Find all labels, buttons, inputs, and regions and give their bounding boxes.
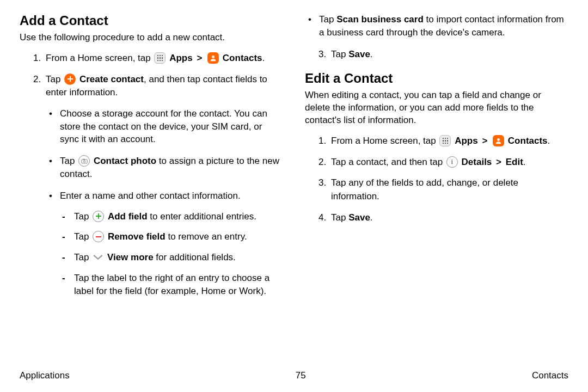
text: Tap a contact, and then tap: [331, 157, 445, 167]
edit-step-4: Tap Save.: [329, 211, 568, 225]
edit-step-1: From a Home screen, tap Apps > Contacts.: [329, 134, 568, 148]
add-step-3: Tap Save.: [329, 48, 568, 62]
save-label: Save: [348, 49, 370, 59]
apps-icon: [439, 135, 451, 146]
text: for additional fields.: [154, 252, 236, 262]
info-icon: [446, 156, 458, 168]
edit-label: Edit: [506, 157, 523, 167]
contact-photo-label: Contact photo: [94, 156, 156, 166]
svg-point-0: [212, 56, 215, 58]
dash-remove-field: Tap Remove field to remove an entry.: [60, 230, 283, 243]
svg-point-2: [83, 160, 85, 162]
continued-bullets: Tap Scan business card to import contact…: [305, 13, 568, 39]
intro-add: Use the following procedure to add a new…: [20, 32, 283, 44]
camera-icon: [78, 155, 90, 167]
text: Tap: [46, 74, 63, 84]
remove-field-label: Remove field: [108, 231, 166, 242]
add-steps-cont: Tap Save.: [329, 48, 568, 62]
left-column: Add a Contact Use the following procedur…: [20, 13, 283, 365]
text: Tap: [319, 14, 336, 24]
dash-view-more: Tap View more for additional fields.: [60, 251, 283, 264]
bullet-scan-card: Tap Scan business card to import contact…: [305, 13, 568, 39]
apps-label: Apps: [169, 53, 193, 63]
add-step-2: Tap Create contact, and then tap contact…: [44, 73, 283, 298]
separator: >: [496, 157, 501, 167]
page-footer: Applications 75 Contacts: [20, 365, 568, 381]
chevron-down-icon: [93, 253, 103, 262]
create-contact-label: Create contact: [79, 74, 144, 84]
contacts-icon: [493, 135, 504, 146]
field-actions: Tap Add field to enter additional entrie…: [60, 210, 283, 298]
plus-icon: [64, 74, 76, 85]
bullet-name-info: Enter a name and other contact informati…: [46, 189, 283, 298]
text: Tap: [74, 211, 91, 222]
add-field-icon: [93, 211, 104, 222]
text: Tap: [331, 49, 348, 59]
apps-label: Apps: [455, 136, 478, 146]
footer-right: Contacts: [532, 370, 568, 381]
scan-card-label: Scan business card: [336, 14, 424, 24]
edit-step-2: Tap a contact, and then tap Details > Ed…: [329, 156, 568, 169]
text: to enter additional entries.: [148, 211, 256, 222]
apps-icon: [154, 52, 166, 64]
add-sub-bullets: Choose a storage account for the contact…: [46, 107, 283, 298]
contacts-label: Contacts: [223, 53, 262, 63]
save-label: Save: [348, 212, 370, 223]
dash-label-choose: Tap the label to the right of an entry t…: [60, 272, 283, 298]
text: Tap: [331, 212, 348, 223]
svg-point-4: [497, 138, 500, 141]
separator: >: [197, 53, 202, 63]
svg-rect-3: [83, 159, 84, 160]
text: to remove an entry.: [166, 231, 247, 242]
intro-edit: When editing a contact, you can tap a fi…: [305, 89, 568, 127]
heading-add-contact: Add a Contact: [20, 13, 283, 28]
contacts-icon: [207, 52, 219, 64]
add-steps: From a Home screen, tap Apps > Contacts.…: [44, 52, 283, 298]
text: Tap: [74, 231, 91, 242]
text: to assign a picture to the new contact.: [60, 156, 279, 179]
view-more-label: View more: [107, 252, 154, 262]
remove-field-icon: [93, 231, 104, 242]
text: Tap: [74, 252, 91, 262]
edit-step-3: Tap any of the fields to add, change, or…: [329, 176, 568, 203]
dash-add-field: Tap Add field to enter additional entrie…: [60, 210, 283, 223]
bullet-storage: Choose a storage account for the contact…: [46, 107, 283, 146]
edit-steps: From a Home screen, tap Apps > Contacts.…: [329, 134, 568, 224]
heading-edit-contact: Edit a Contact: [305, 71, 568, 86]
text: Tap: [60, 156, 77, 166]
right-column: Tap Scan business card to import contact…: [305, 13, 568, 365]
add-step-1: From a Home screen, tap Apps > Contacts.: [44, 52, 283, 65]
contacts-label: Contacts: [508, 136, 548, 146]
text: From a Home screen, tap: [331, 136, 438, 146]
footer-left: Applications: [20, 370, 70, 381]
text: From a Home screen, tap: [46, 53, 153, 63]
svg-rect-1: [81, 160, 87, 163]
details-label: Details: [462, 157, 492, 167]
separator: >: [482, 136, 487, 146]
footer-page-number: 75: [296, 370, 306, 381]
add-field-label: Add field: [108, 211, 148, 222]
text: Enter a name and other contact informati…: [60, 191, 241, 201]
bullet-photo: Tap Contact photo to assign a picture to…: [46, 155, 283, 181]
